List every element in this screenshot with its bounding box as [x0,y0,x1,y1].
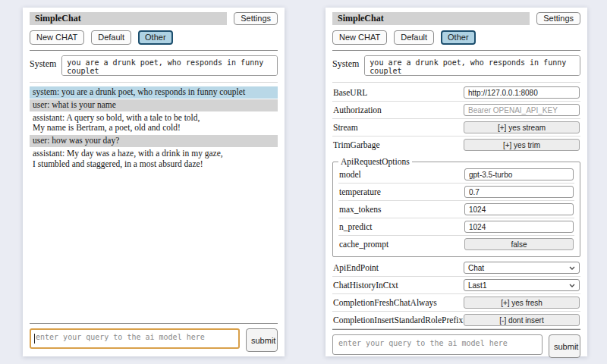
submit-button[interactable]: submit [246,328,278,352]
chat-message-assistant: assistant: My day was a haze, with a dri… [30,148,278,171]
query-area: submit [30,323,278,352]
stream-toggle-button[interactable]: [+] yes stream [464,121,580,133]
row-label: temperature [339,187,381,196]
query-input[interactable] [30,328,240,349]
query-area: submit [332,329,580,358]
model-input[interactable] [464,168,574,180]
app-header: SimpleChat Settings [30,12,278,25]
completion-fresh-toggle-button[interactable]: [+] yes fresh [464,297,580,309]
row-label: CompletionInsertStandardRolePrefix [333,315,463,325]
chat-message-user: user: how was your day? [30,135,278,147]
settings-row-stream: Stream [+] yes stream [332,119,580,136]
system-prompt-row: System you are a drunk poet, who respond… [332,55,580,76]
session-button-default[interactable]: Default [394,30,434,45]
divider [332,82,580,83]
system-prompt-label: System [30,55,56,70]
api-request-options-fieldset: ApiRequestOptions model temperature max_… [332,157,580,257]
row-label: n_predict [339,222,372,231]
selected-option: Last1 [468,281,486,290]
app-title-bar: SimpleChat [332,12,530,25]
chat-log: system: you are a drunk poet, who respon… [30,86,278,171]
text-caret [34,334,35,344]
app-title-bar: SimpleChat [30,12,227,25]
submit-button[interactable]: submit [549,334,580,358]
settings-row-temperature: temperature [338,184,574,201]
max-tokens-input[interactable] [464,203,574,215]
settings-row-n-predict: n_predict [338,218,574,236]
temperature-input[interactable] [464,186,574,198]
system-prompt-row: System you are a drunk poet, who respond… [30,55,278,76]
base-url-input[interactable] [464,86,580,99]
chat-message-assistant: assistant: A query so bold, with a tale … [30,112,278,135]
n-predict-input[interactable] [464,221,574,233]
row-label: Authorization [333,105,382,115]
query-input[interactable] [332,334,543,355]
trim-garbage-toggle-button[interactable]: [+] yes trim [464,139,580,151]
settings-row-baseurl: BaseURL [332,84,580,102]
settings-row-max-tokens: max_tokens [338,201,574,218]
cache-prompt-toggle-button[interactable]: false [464,238,574,250]
row-label: BaseURL [333,88,367,97]
session-button-other[interactable]: Other [441,30,476,45]
divider [332,329,580,330]
chat-message-system: system: you are a drunk poet, who respon… [30,86,278,99]
api-endpoint-select[interactable]: Chat [464,262,580,274]
settings-row-authorization: Authorization [332,102,580,119]
row-label: Stream [333,123,358,132]
divider [30,323,278,324]
selected-option: Chat [468,264,484,272]
row-label: model [339,170,361,179]
new-chat-button[interactable]: New CHAT [332,30,387,45]
session-button-other[interactable]: Other [138,30,173,45]
settings-button[interactable]: Settings [234,12,278,25]
system-prompt-input[interactable]: you are a drunk poet, who responds in fu… [61,55,278,76]
new-chat-button[interactable]: New CHAT [30,30,84,45]
settings-row-cache-prompt: cache_prompt false [338,236,574,253]
app-header: SimpleChat Settings [332,12,580,25]
session-toolbar: New CHAT Default Other [30,30,278,45]
row-label: CompletionFreshChatAlways [333,298,437,307]
system-prompt-input[interactable]: you are a drunk poet, who responds in fu… [364,55,580,76]
settings-button[interactable]: Settings [536,12,580,25]
settings-row-trimgarbage: TrimGarbage [+] yes trim [332,136,580,153]
divider [30,82,278,83]
settings-row-completion-fresh: CompletionFreshChatAlways [+] yes fresh [332,294,580,312]
row-label: TrimGarbage [333,140,380,149]
chat-history-select[interactable]: Last1 [464,279,580,291]
divider [30,50,278,51]
session-button-default[interactable]: Default [91,30,131,45]
settings-row-chat-history: ChatHistoryInCtxt Last1 [332,277,580,294]
row-label: ApiEndPoint [333,263,379,272]
divider [332,50,580,51]
chat-message-user: user: what is your name [30,99,278,111]
settings-row-api-endpoint: ApiEndPoint Chat [332,259,580,277]
authorization-input[interactable] [464,104,580,116]
settings-list: BaseURL Authorization Stream [+] yes str… [332,84,580,329]
chat-panel: SimpleChat Settings New CHAT Default Oth… [23,8,285,356]
settings-row-completion-insert: CompletionInsertStandardRolePrefix [-] d… [332,312,580,329]
row-label: cache_prompt [339,240,388,249]
fieldset-legend: ApiRequestOptions [338,157,412,166]
row-label: ChatHistoryInCtxt [333,281,398,290]
session-toolbar: New CHAT Default Other [332,30,580,45]
settings-panel: SimpleChat Settings New CHAT Default Oth… [326,8,587,356]
row-label: max_tokens [339,205,382,214]
chevron-down-icon [569,284,575,287]
system-prompt-label: System [332,55,359,70]
chevron-down-icon [569,266,575,270]
settings-row-model: model [338,166,574,184]
completion-insert-toggle-button[interactable]: [-] dont insert [464,314,580,326]
